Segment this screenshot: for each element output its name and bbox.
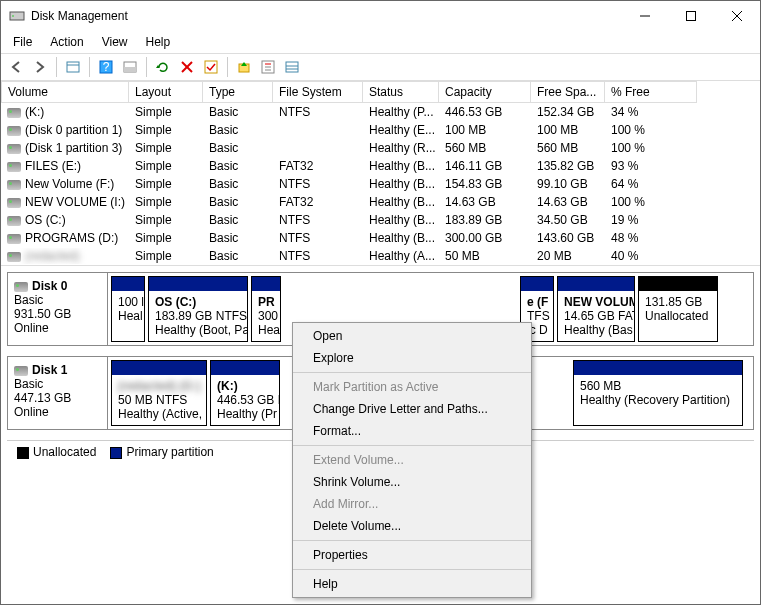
cell: NTFS: [273, 176, 363, 192]
cell: Basic: [203, 140, 273, 156]
cell: 143.60 GB: [531, 230, 605, 246]
partition[interactable]: (K:)446.53 GB NHealthy (Pr: [210, 360, 280, 426]
svg-rect-20: [286, 62, 298, 72]
ctx-properties[interactable]: Properties: [293, 544, 531, 566]
col-free[interactable]: Free Spa...: [531, 81, 605, 103]
volume-grid: Volume Layout Type File System Status Ca…: [1, 81, 760, 266]
minimize-button[interactable]: [622, 1, 668, 31]
cell: Healthy (B...: [363, 158, 439, 174]
ctx-help[interactable]: Help: [293, 573, 531, 595]
col-fs[interactable]: File System: [273, 81, 363, 103]
cell: Healthy (B...: [363, 230, 439, 246]
cell: 146.11 GB: [439, 158, 531, 174]
app-icon: [9, 8, 25, 24]
partition[interactable]: 100 lHeal: [111, 276, 145, 342]
table-row[interactable]: New Volume (F:)SimpleBasicNTFSHealthy (B…: [1, 175, 760, 193]
cell: Simple: [129, 230, 203, 246]
cell: 446.53 GB: [439, 104, 531, 120]
cell: Simple: [129, 194, 203, 210]
table-row[interactable]: (redacted)SimpleBasicNTFSHealthy (A...50…: [1, 247, 760, 265]
col-layout[interactable]: Layout: [129, 81, 203, 103]
cell: Healthy (B...: [363, 212, 439, 228]
refresh-button[interactable]: [152, 56, 174, 78]
volume-icon: [7, 162, 21, 172]
menubar: File Action View Help: [1, 31, 760, 53]
partition[interactable]: 131.85 GBUnallocated: [638, 276, 718, 342]
cell: Healthy (R...: [363, 140, 439, 156]
cell: 100 %: [605, 122, 697, 138]
col-pct[interactable]: % Free: [605, 81, 697, 103]
up-button[interactable]: [233, 56, 255, 78]
ctx-open[interactable]: Open: [293, 325, 531, 347]
menu-action[interactable]: Action: [42, 33, 91, 51]
check-button[interactable]: [200, 56, 222, 78]
partition[interactable]: NEW VOLUM14.65 GB FATHealthy (Bas: [557, 276, 635, 342]
partition[interactable]: OS (C:)183.89 GB NTFSHealthy (Boot, Pa: [148, 276, 248, 342]
cell: 34.50 GB: [531, 212, 605, 228]
volume-icon: [7, 198, 21, 208]
table-row[interactable]: FILES (E:)SimpleBasicFAT32Healthy (B...1…: [1, 157, 760, 175]
partition[interactable]: (redacted) (G:)50 MB NTFSHealthy (Active…: [111, 360, 207, 426]
disk-icon: [14, 366, 28, 376]
ctx-explore[interactable]: Explore: [293, 347, 531, 369]
ctx-shrink[interactable]: Shrink Volume...: [293, 471, 531, 493]
menu-view[interactable]: View: [94, 33, 136, 51]
col-type[interactable]: Type: [203, 81, 273, 103]
help-button[interactable]: ?: [95, 56, 117, 78]
ctx-format[interactable]: Format...: [293, 420, 531, 442]
properties-button[interactable]: [257, 56, 279, 78]
cell: Simple: [129, 176, 203, 192]
col-volume[interactable]: Volume: [1, 81, 129, 103]
legend-unallocated: Unallocated: [17, 445, 96, 459]
cell: Healthy (B...: [363, 176, 439, 192]
cell: Simple: [129, 158, 203, 174]
cell: NTFS: [273, 230, 363, 246]
cell: FAT32: [273, 194, 363, 210]
cell: (redacted): [1, 248, 129, 264]
cell: 19 %: [605, 212, 697, 228]
cell: Basic: [203, 122, 273, 138]
cell: Simple: [129, 248, 203, 264]
list-button[interactable]: [281, 56, 303, 78]
ctx-mirror: Add Mirror...: [293, 493, 531, 515]
table-row[interactable]: OS (C:)SimpleBasicNTFSHealthy (B...183.8…: [1, 211, 760, 229]
forward-button[interactable]: [29, 56, 51, 78]
cell: 154.83 GB: [439, 176, 531, 192]
menu-file[interactable]: File: [5, 33, 40, 51]
table-row[interactable]: PROGRAMS (D:)SimpleBasicNTFSHealthy (B..…: [1, 229, 760, 247]
cell: 300.00 GB: [439, 230, 531, 246]
grid-body: (K:)SimpleBasicNTFSHealthy (P...446.53 G…: [1, 103, 760, 265]
partition[interactable]: PR300Hea: [251, 276, 281, 342]
col-capacity[interactable]: Capacity: [439, 81, 531, 103]
cell: OS (C:): [1, 212, 129, 228]
ctx-delete[interactable]: Delete Volume...: [293, 515, 531, 537]
partition[interactable]: 560 MBHealthy (Recovery Partition): [573, 360, 743, 426]
cell: (K:): [1, 104, 129, 120]
panel-button[interactable]: [119, 56, 141, 78]
delete-button[interactable]: [176, 56, 198, 78]
cell: Basic: [203, 212, 273, 228]
titlebar: Disk Management: [1, 1, 760, 31]
cell: 64 %: [605, 176, 697, 192]
table-row[interactable]: (Disk 0 partition 1)SimpleBasicHealthy (…: [1, 121, 760, 139]
cell: 100 %: [605, 140, 697, 156]
maximize-button[interactable]: [668, 1, 714, 31]
menu-help[interactable]: Help: [138, 33, 179, 51]
show-hide-button[interactable]: [62, 56, 84, 78]
table-row[interactable]: NEW VOLUME (I:)SimpleBasicFAT32Healthy (…: [1, 193, 760, 211]
ctx-change-letter[interactable]: Change Drive Letter and Paths...: [293, 398, 531, 420]
cell: [273, 122, 363, 138]
context-menu: Open Explore Mark Partition as Active Ch…: [292, 322, 532, 598]
volume-icon: [7, 108, 21, 118]
ctx-mark-active: Mark Partition as Active: [293, 376, 531, 398]
cell: Healthy (E...: [363, 122, 439, 138]
cell: NEW VOLUME (I:): [1, 194, 129, 210]
close-button[interactable]: [714, 1, 760, 31]
cell: Simple: [129, 212, 203, 228]
col-status[interactable]: Status: [363, 81, 439, 103]
table-row[interactable]: (Disk 1 partition 3)SimpleBasicHealthy (…: [1, 139, 760, 157]
table-row[interactable]: (K:)SimpleBasicNTFSHealthy (P...446.53 G…: [1, 103, 760, 121]
back-button[interactable]: [5, 56, 27, 78]
cell: 93 %: [605, 158, 697, 174]
cell: 152.34 GB: [531, 104, 605, 120]
